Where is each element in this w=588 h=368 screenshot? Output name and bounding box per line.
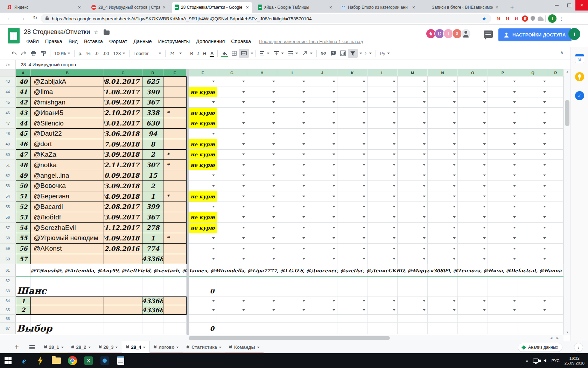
cell-E45[interactable] (163, 97, 187, 108)
menu-Правка[interactable]: Правка (42, 39, 65, 44)
cell-H43[interactable] (247, 76, 277, 87)
collapse-toolbar-icon[interactable]: ∧ (560, 50, 564, 55)
cell-H62[interactable] (247, 277, 277, 285)
cell-D59[interactable]: 774 (142, 244, 163, 254)
column-header-C[interactable]: C (104, 69, 142, 76)
cell-K62[interactable] (337, 277, 368, 285)
cell-B48[interactable]: @Daut22 (31, 129, 104, 139)
cell-D48[interactable]: 94 (142, 129, 163, 139)
cell-H60[interactable] (247, 254, 277, 265)
cell-J62[interactable] (307, 277, 337, 285)
column-header-R[interactable]: R (548, 69, 564, 76)
cell-L60[interactable] (368, 254, 398, 265)
cell-J51[interactable] (307, 160, 337, 170)
borders-button[interactable] (229, 49, 239, 58)
cell-Q46[interactable] (518, 108, 548, 118)
cell-O50[interactable] (458, 150, 488, 160)
row-header-61[interactable]: 61 (0, 264, 16, 277)
chevron-down-icon[interactable] (143, 347, 146, 348)
scroll-up-icon[interactable]: ▲ (564, 70, 571, 73)
cell-I47[interactable] (277, 118, 307, 129)
cell-N47[interactable] (428, 118, 458, 129)
cell-I49[interactable] (277, 139, 307, 150)
vertical-scroll-thumb[interactable] (565, 100, 569, 126)
sheet-tab-28_4[interactable]: 28_4 (122, 341, 150, 354)
keyboard-language[interactable]: РУС (551, 359, 559, 363)
cell-D45[interactable]: 367 (142, 97, 163, 108)
cell-B45[interactable]: @mishgan (31, 97, 104, 108)
cell-K59[interactable] (337, 244, 368, 254)
cell-J45[interactable] (307, 97, 337, 108)
cell-O55[interactable] (458, 202, 488, 212)
cell-Q56[interactable] (518, 212, 548, 223)
browser-tab-4[interactable]: яйца - Google Таблицы× (255, 2, 336, 13)
document-title[interactable]: 28 Стодневка/Отметки (24, 28, 90, 36)
cell-I45[interactable] (277, 97, 307, 108)
cell-Q52[interactable] (518, 170, 548, 181)
cell-A54[interactable]: 51 (16, 191, 31, 202)
cell-H65[interactable] (247, 305, 277, 315)
menu-Справка[interactable]: Справка (228, 39, 254, 44)
cell-M55[interactable] (398, 202, 428, 212)
cell-L65[interactable] (368, 305, 398, 315)
column-header-M[interactable]: M (398, 69, 428, 76)
cell-H58[interactable] (247, 233, 277, 244)
cell-N43[interactable] (428, 76, 458, 87)
cell-M46[interactable] (398, 108, 428, 118)
insert-comment-icon[interactable] (328, 49, 338, 58)
vertical-scrollbar[interactable]: ▲ ▼ (564, 69, 570, 335)
cell-P57[interactable] (488, 223, 518, 233)
merge-cells-button[interactable] (239, 49, 249, 58)
browser-menu-icon[interactable]: ⋮ (559, 16, 564, 21)
horizontal-scrollbar[interactable]: ◀ ▶ (0, 335, 564, 341)
row-header-51[interactable]: 51 (0, 160, 16, 170)
extension-icon-gray[interactable] (538, 16, 543, 21)
cell-N45[interactable] (428, 97, 458, 108)
cell-Q49[interactable] (518, 139, 548, 150)
sheet-tab-логово[interactable]: логово (150, 341, 183, 354)
cell-Q43[interactable] (518, 76, 548, 87)
cell-H57[interactable] (247, 223, 277, 233)
extension-icon-3[interactable]: Я (513, 16, 519, 22)
cell-I55[interactable] (277, 202, 307, 212)
print-icon[interactable] (29, 49, 38, 58)
url-text[interactable]: https://docs.google.com/spreadsheets/d/1… (52, 16, 479, 21)
cell-Q47[interactable] (518, 118, 548, 129)
cell-J64[interactable] (307, 297, 337, 305)
cell-E58[interactable]: * (163, 233, 187, 244)
share-button[interactable]: НАСТРОЙКИ ДОСТУПА (498, 28, 572, 41)
row-header-47[interactable]: 47 (0, 118, 16, 129)
cell-E53[interactable] (163, 181, 187, 191)
cell-K55[interactable] (337, 202, 368, 212)
value-F63[interactable]: 0 (189, 285, 216, 297)
cell-Q67[interactable] (518, 323, 548, 334)
cell-K45[interactable] (337, 97, 368, 108)
cell-J55[interactable] (307, 202, 337, 212)
cell-E64[interactable] (163, 297, 187, 305)
cell-G54[interactable] (217, 191, 247, 202)
column-header-F[interactable]: F (189, 69, 217, 76)
browser-profile-avatar[interactable]: I (548, 14, 556, 23)
cell-P65[interactable] (488, 305, 518, 315)
cell-J48[interactable] (307, 129, 337, 139)
chevron-down-icon[interactable] (115, 347, 118, 348)
browser-tab-3[interactable]: 28 Стодневка/Отметки - Google× (172, 2, 252, 13)
cell-Q58[interactable] (518, 233, 548, 244)
cell-B64[interactable] (31, 297, 104, 305)
cell-K66[interactable] (337, 315, 368, 323)
row-header-54[interactable]: 54 (0, 191, 16, 202)
cell-I65[interactable] (277, 305, 307, 315)
column-header-P[interactable]: P (488, 69, 518, 76)
cell-E48[interactable] (163, 129, 187, 139)
cell-M49[interactable] (398, 139, 428, 150)
cell-K49[interactable] (337, 139, 368, 150)
browser-tab-2[interactable]: 28_4 Изумрудный остров | Стра× (89, 2, 169, 13)
cell-G55[interactable] (217, 202, 247, 212)
cell-J53[interactable] (307, 181, 337, 191)
cell-B47[interactable]: @Silencio (31, 118, 104, 129)
cell-N64[interactable] (428, 297, 458, 305)
cell-K57[interactable] (337, 223, 368, 233)
cell-M53[interactable] (398, 181, 428, 191)
cell-R67[interactable] (548, 323, 564, 334)
cell-J60[interactable] (307, 254, 337, 265)
